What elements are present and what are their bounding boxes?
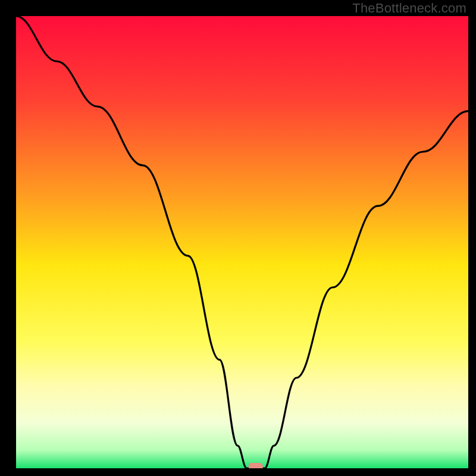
chart-svg xyxy=(16,16,468,468)
chart-frame: TheBottleneck.com xyxy=(0,0,476,476)
chart-background-gradient xyxy=(16,16,468,468)
chart-marker xyxy=(249,463,263,468)
watermark-label: TheBottleneck.com xyxy=(352,1,466,16)
chart-plot-area xyxy=(16,16,468,468)
